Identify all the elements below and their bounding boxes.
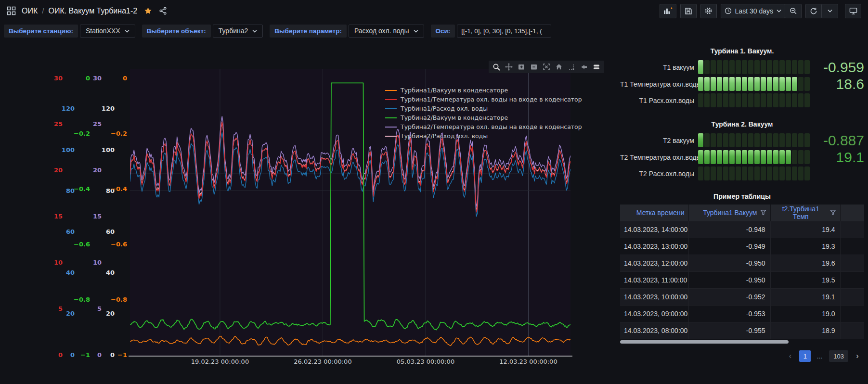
zoom-in-icon[interactable] bbox=[516, 62, 527, 72]
gauge-cell-unlit bbox=[736, 93, 741, 107]
prev-page-button[interactable]: ‹ bbox=[784, 350, 796, 362]
legend-label: Турбина1/Расход охл. воды bbox=[401, 105, 488, 112]
y-tick-label: 20 bbox=[66, 310, 75, 317]
legend-swatch bbox=[385, 90, 397, 91]
gauge-cell-lit bbox=[729, 150, 735, 164]
apps-grid-icon[interactable] bbox=[7, 6, 16, 15]
y-tick-label: 30 bbox=[54, 75, 63, 82]
gauge-cell-unlit bbox=[773, 60, 778, 74]
gauge-cells bbox=[698, 150, 813, 164]
legend-swatch bbox=[385, 127, 397, 128]
zoom-out-icon[interactable] bbox=[528, 62, 540, 72]
y-tick-label: 25 bbox=[93, 120, 102, 128]
gauge-cell-unlit bbox=[736, 60, 741, 74]
hover-compare-icon[interactable] bbox=[591, 62, 602, 72]
legend-item[interactable]: Турбина2/Вакуум в конденсаторе bbox=[385, 113, 582, 122]
current-page-button[interactable]: 1 bbox=[799, 350, 811, 362]
x-tick-label: 19.02.23 00:00:00 bbox=[191, 358, 249, 365]
legend-item[interactable]: Турбина2/Температура охл. воды на входе … bbox=[385, 122, 582, 131]
y-tick-label: 10 bbox=[54, 259, 63, 266]
gauge-cell-unlit bbox=[761, 93, 766, 107]
table-horizontal-scrollbar[interactable] bbox=[620, 340, 864, 344]
gauge-cell-unlit bbox=[754, 166, 760, 180]
legend-item[interactable]: Турбина1/Расход охл. воды bbox=[385, 104, 582, 113]
table-column-header[interactable]: t3.Турби bbox=[840, 205, 864, 221]
breadcrumb-current: ОИК. Вакуум Турбина1-2 bbox=[48, 7, 137, 15]
last-page-button[interactable]: 103 bbox=[829, 350, 848, 362]
header-label: t2.Турбина1 Темп bbox=[775, 205, 827, 220]
y-tick-label: 5 bbox=[58, 305, 63, 312]
gauge-cell-unlit bbox=[786, 166, 791, 180]
share-icon[interactable] bbox=[159, 7, 167, 15]
table-column-header[interactable]: Метка времени bbox=[620, 205, 688, 221]
gauge-cell-unlit bbox=[698, 166, 703, 180]
y-tick-label: 0 bbox=[110, 351, 115, 358]
legend-item[interactable]: Турбина2/Расход охл. воды bbox=[385, 131, 582, 141]
filter-axes-input: Оси: bbox=[431, 25, 552, 38]
axes-input[interactable] bbox=[457, 25, 551, 38]
gauge-cell-unlit bbox=[804, 93, 810, 107]
station-select[interactable]: StationXXX bbox=[80, 25, 135, 38]
chevron-down-icon bbox=[125, 29, 130, 33]
gauge-cell-unlit bbox=[798, 93, 803, 107]
breadcrumb-root[interactable]: ОИК bbox=[22, 7, 38, 15]
legend-item[interactable]: Турбина1/Температура охл. воды на входе … bbox=[385, 95, 582, 104]
legend-swatch bbox=[385, 108, 397, 109]
gauge-cell-unlit bbox=[792, 166, 797, 180]
filter-label: Выберите станцию: bbox=[4, 25, 78, 38]
table-row: 14.03.2023, 10:00:00-0.95219.1 bbox=[620, 288, 864, 305]
value-cell bbox=[840, 238, 864, 255]
zoom-icon[interactable] bbox=[491, 62, 502, 72]
panel-title: Турбина 1. Вакуум. bbox=[620, 47, 864, 55]
filter-funnel-icon[interactable] bbox=[830, 209, 836, 216]
timestamp-cell: 14.03.2023, 11:00:00 bbox=[620, 271, 688, 288]
y-tick-label: 15 bbox=[54, 213, 63, 220]
autoscale-icon[interactable] bbox=[541, 62, 552, 72]
value-cell: -0.953 bbox=[688, 305, 770, 322]
filter-funnel-icon[interactable] bbox=[760, 209, 766, 216]
gauge-cell-unlit bbox=[742, 60, 747, 74]
gauge-cell-unlit bbox=[704, 133, 710, 147]
reset-axes-icon[interactable] bbox=[553, 62, 565, 72]
gauge-cells bbox=[698, 60, 813, 74]
gauge-row-label: T2 вакуум bbox=[620, 137, 698, 144]
gauge-grid: T1 вакуум-0.959T1 Температура охл.воды18… bbox=[620, 60, 864, 107]
table-column-header[interactable]: t2.Турбина1 Темп bbox=[770, 205, 840, 221]
header-inner: t3.Турби bbox=[841, 209, 865, 217]
hover-closest-icon[interactable] bbox=[578, 62, 590, 72]
table-column-header[interactable]: Турбина1 Вакуум bbox=[688, 205, 770, 221]
value-cell: 19.6 bbox=[770, 255, 840, 271]
chevron-down-icon bbox=[252, 29, 257, 33]
timeseries-panel: 19.02.23 00:00:0026.02.23 00:00:0005.03.… bbox=[42, 42, 609, 380]
gauge-cell-unlit bbox=[786, 93, 791, 107]
gauge-cell-unlit bbox=[773, 166, 778, 180]
value-cell bbox=[840, 288, 864, 305]
parameter-select[interactable]: Расход охл. воды bbox=[349, 25, 424, 38]
y-tick-label: 0 bbox=[86, 75, 90, 82]
gauge-cell-unlit bbox=[767, 60, 772, 74]
filter-value: Расход охл. воды bbox=[354, 27, 409, 35]
gauge-cell-unlit bbox=[723, 60, 728, 74]
object-select[interactable]: Турбина2 bbox=[213, 25, 263, 38]
legend-swatch bbox=[385, 99, 397, 100]
pan-icon[interactable] bbox=[503, 62, 515, 72]
gauge-cell-unlit bbox=[779, 60, 785, 74]
filter-value: StationXXX bbox=[86, 27, 120, 35]
y-tick-label: −0.4 bbox=[111, 185, 127, 192]
value-cell bbox=[840, 305, 864, 322]
favorite-star-icon[interactable] bbox=[144, 7, 152, 15]
gauge-cell-unlit bbox=[798, 150, 803, 164]
header-label: Турбина1 Вакуум bbox=[703, 209, 757, 217]
legend-item[interactable]: Турбина1/Вакуум в конденсаторе bbox=[385, 86, 582, 95]
gauge-cell-lit bbox=[773, 77, 778, 91]
value-cell: 18.9 bbox=[770, 322, 840, 339]
gauge-cell-unlit bbox=[761, 60, 766, 74]
next-page-button[interactable]: › bbox=[852, 350, 863, 362]
gauge-cell-unlit bbox=[711, 133, 716, 147]
gauge-cell-unlit bbox=[736, 133, 741, 147]
table-row: 14.03.2023, 14:00:00-0.94819.4 bbox=[620, 221, 864, 238]
gauge-value: 19.1 bbox=[813, 150, 864, 165]
legend-label: Турбина2/Вакуум в конденсаторе bbox=[401, 114, 508, 121]
toggle-spikelines-icon[interactable] bbox=[566, 62, 577, 72]
gauge-row-label: T1 Температура охл.воды bbox=[620, 80, 698, 88]
